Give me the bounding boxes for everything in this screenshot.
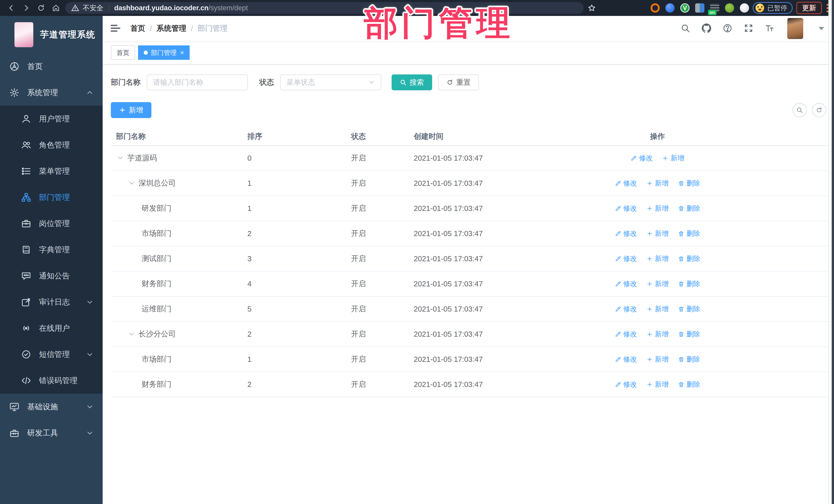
extension-grid-icon[interactable] [695,3,704,13]
edit-action-link[interactable]: 修改 [615,380,637,389]
app-logo[interactable]: 芋道管理系统 [0,16,103,53]
window-scrollbar[interactable] [828,0,834,504]
sidebar-item-短信管理[interactable]: 短信管理 [0,341,103,368]
status-cell: 开启 [346,354,409,365]
add-action-link[interactable]: 新增 [646,204,669,213]
close-icon[interactable]: × [180,49,184,56]
extension-paw-icon[interactable] [740,3,749,13]
actions-cell: 修改新增 [568,153,747,163]
reload-icon[interactable] [36,2,47,14]
sidebar-item-系统管理[interactable]: 系统管理 [0,80,103,106]
expand-arrow-icon[interactable] [128,179,136,187]
sidebar-item-字典管理[interactable]: 字典管理 [0,237,103,263]
sidebar-item-岗位管理[interactable]: 岗位管理 [0,211,103,237]
dept-name-input[interactable]: 请输入部门名称 [147,74,248,90]
edit-action-link[interactable]: 修改 [615,279,637,288]
extension-blue-icon[interactable] [665,3,675,13]
forward-icon[interactable] [21,2,32,14]
sidebar-item-错误码管理[interactable]: 错误码管理 [0,368,103,394]
status-select[interactable]: 菜单状态 [280,74,381,90]
breadcrumb-item[interactable]: 系统管理 [156,23,186,34]
bookmark-star-icon[interactable] [587,3,596,13]
expand-arrow-icon[interactable] [128,330,136,338]
edit-action-link[interactable]: 修改 [615,229,637,238]
sidebar-item-在线用户[interactable]: 在线用户 [0,315,103,341]
expand-arrow-icon[interactable] [116,154,125,162]
search-circle-icon[interactable] [792,103,807,117]
search-icon[interactable] [681,23,691,34]
add-button[interactable]: 新增 [111,102,151,118]
edit-action-link[interactable]: 修改 [615,179,637,188]
help-icon[interactable] [723,23,733,34]
delete-action-link[interactable]: 删除 [678,279,700,288]
edit-action-link[interactable]: 修改 [615,304,637,313]
edit-action-link[interactable]: 修改 [615,355,637,364]
delete-action-link[interactable]: 删除 [678,179,700,188]
add-action-link[interactable]: 新增 [646,229,669,238]
delete-action-link[interactable]: 删除 [678,254,700,263]
breadcrumb-item[interactable]: 首页 [130,23,145,34]
breadcrumb-item: 部门管理 [198,23,227,34]
tab-首页[interactable]: 首页 [111,45,135,60]
add-action-link[interactable]: 新增 [646,179,669,188]
delete-action-link[interactable]: 删除 [678,355,700,364]
column-header-排序: 排序 [242,131,346,141]
edit-action-link[interactable]: 修改 [615,204,637,213]
refresh-circle-icon[interactable] [812,103,826,117]
sidebar-item-首页[interactable]: 首页 [0,53,103,80]
extension-orange-icon[interactable] [651,3,660,13]
font-size-icon[interactable] [765,23,775,34]
delete-action-link[interactable]: 删除 [678,304,700,313]
delete-action-link[interactable]: 删除 [678,380,700,389]
sidebar-item-通知公告[interactable]: 通知公告 [0,263,103,289]
action-label: 修改 [623,380,637,389]
sidebar-item-部门管理[interactable]: 部门管理 [0,184,103,211]
github-icon[interactable] [702,23,712,34]
reset-button[interactable]: 重置 [438,74,479,90]
sidebar-item-用户管理[interactable]: 用户管理 [0,106,103,132]
status-label: 状态 [259,77,274,88]
edit-action-link[interactable]: 修改 [615,254,637,263]
add-action-link[interactable]: 新增 [662,153,684,163]
hamburger-icon[interactable] [110,23,122,35]
extension-green-check-icon[interactable]: V [680,3,689,13]
edit-action-link[interactable]: 修改 [631,153,653,163]
sort-cell: 5 [242,305,346,313]
extension-notes-icon[interactable]: on [710,3,719,13]
table-row: 财务部门4开启2021-01-05 17:03:47修改新增删除 [111,271,828,297]
user-avatar[interactable] [787,18,803,39]
browser-menu-icon[interactable] [827,4,828,12]
back-icon[interactable] [6,2,17,14]
sidebar-item-研发工具[interactable]: 研发工具 [0,420,103,446]
sidebar-item-基础设施[interactable]: 基础设施 [0,394,103,420]
add-action-link[interactable]: 新增 [646,254,669,263]
audit-log-icon [21,297,31,307]
scrollbar-thumb[interactable] [832,0,834,504]
dept-name: 财务部门 [142,379,171,390]
delete-action-link[interactable]: 删除 [678,329,700,339]
fullscreen-icon[interactable] [744,23,754,34]
sidebar-item-审计日志[interactable]: 审计日志 [0,289,103,315]
delete-action-link[interactable]: 删除 [678,204,700,213]
extension-spy-icon[interactable] [725,3,734,13]
sidebar-item-菜单管理[interactable]: 菜单管理 [0,158,103,184]
search-button[interactable]: 搜索 [392,74,432,90]
user-caret-icon[interactable] [819,27,824,30]
browser-update-button[interactable]: 更新 [796,2,822,14]
add-action-link[interactable]: 新增 [646,329,669,339]
tab-部门管理[interactable]: 部门管理× [138,45,190,60]
edit-action-link[interactable]: 修改 [615,329,637,339]
sidebar-item-label: 短信管理 [39,349,70,360]
add-action-link[interactable]: 新增 [646,355,669,364]
add-action-link[interactable]: 新增 [646,279,669,288]
browser-profile-chip[interactable]: 已暂停 [753,2,793,14]
sidebar-item-label: 首页 [27,61,43,72]
delete-action-link[interactable]: 删除 [678,229,700,238]
sidebar-item-角色管理[interactable]: 角色管理 [0,132,103,158]
add-action-link[interactable]: 新增 [646,304,669,313]
add-action-link[interactable]: 新增 [646,380,669,389]
chevron-down-icon [86,350,94,358]
home-icon[interactable] [50,2,62,14]
users-icon [21,140,31,150]
chevron-down-icon [86,429,94,437]
